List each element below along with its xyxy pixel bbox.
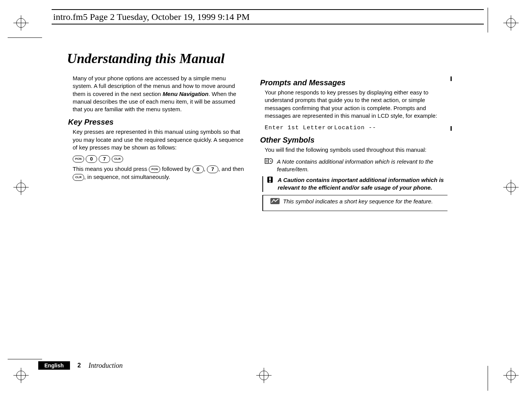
lcd-example-line: Enter 1st Letter or Location --	[265, 123, 447, 132]
kp2-d: , and then	[218, 166, 244, 172]
or-label: or	[326, 124, 334, 130]
kp2-a: This means you should press	[73, 166, 149, 172]
page-title: Understanding this Manual	[67, 50, 225, 67]
intro-emphasis: Menu Navigation	[163, 91, 208, 97]
seven-key-icon: 7	[207, 166, 218, 173]
caution-row: A Caution contains important additional …	[262, 176, 447, 192]
section-name: Introduction	[88, 362, 122, 370]
note-row: A Note contains additional information w…	[265, 158, 447, 174]
header-text: intro.fm5 Page 2 Tuesday, October 19, 19…	[53, 12, 250, 22]
right-column: Prompts and Messages Your phone responds…	[260, 75, 447, 211]
svg-rect-26	[269, 177, 271, 180]
crop-mark-icon	[503, 368, 519, 383]
change-bar	[451, 126, 452, 131]
crop-mark-icon	[503, 15, 519, 31]
lcd-text-1: Enter 1st Letter	[265, 125, 326, 131]
crop-mark-icon	[503, 180, 519, 195]
shortcut-icon	[270, 198, 280, 205]
page-number: 2	[78, 362, 81, 369]
zero-key-icon: 0	[86, 155, 97, 163]
zero-key-icon: 0	[192, 166, 204, 173]
trim-line	[8, 359, 42, 359]
header-bar: intro.fm5 Page 2 Tuesday, October 19, 19…	[52, 9, 484, 24]
key-sequence-row: FCN 0 7 CLR	[73, 155, 244, 163]
shortcut-row: This symbol indicates a short key sequen…	[270, 198, 447, 205]
fcn-key-icon: FCN	[73, 156, 84, 162]
kp2-c: ,	[204, 166, 207, 172]
crop-mark-icon	[13, 15, 29, 31]
trim-line	[488, 8, 488, 32]
trim-line	[8, 37, 42, 38]
shortcut-block: This symbol indicates a short key sequen…	[262, 195, 447, 211]
key-presses-para-1: Key presses are represented in this manu…	[73, 128, 244, 151]
change-bar	[451, 76, 452, 81]
clr-key-icon: CLR	[73, 174, 84, 181]
note-icon	[265, 158, 274, 174]
crop-mark-icon	[256, 368, 272, 383]
caution-text: A Caution contains important additional …	[278, 176, 447, 192]
page-footer: English 2 Introduction	[38, 361, 123, 370]
kp2-b: followed by	[160, 166, 192, 172]
other-symbols-heading: Other Symbols	[260, 135, 447, 145]
language-badge: English	[38, 361, 70, 370]
svg-rect-27	[269, 181, 271, 182]
other-symbols-paragraph: You will find the following symbols used…	[265, 146, 447, 154]
prompts-heading: Prompts and Messages	[260, 78, 447, 88]
key-presses-heading: Key Presses	[68, 117, 244, 127]
seven-key-icon: 7	[99, 155, 110, 163]
crop-mark-icon	[13, 368, 29, 383]
clr-key-icon: CLR	[112, 156, 123, 162]
fcn-key-icon: FCN	[149, 166, 160, 173]
shortcut-text: This symbol indicates a short key sequen…	[283, 198, 433, 205]
caution-icon	[265, 176, 275, 192]
key-presses-para-2: This means you should press FCN followed…	[73, 165, 244, 181]
note-text: A Note contains additional information w…	[277, 158, 447, 174]
trim-line	[488, 366, 488, 391]
kp2-e: , in sequence, not simultaneously.	[84, 174, 170, 180]
prompts-paragraph: Your phone responds to key presses by di…	[265, 89, 447, 120]
intro-paragraph: Many of your phone options are accessed …	[73, 75, 244, 113]
lcd-text-2: Location --	[334, 125, 376, 131]
left-column: Many of your phone options are accessed …	[68, 75, 244, 185]
crop-mark-icon	[13, 180, 29, 195]
